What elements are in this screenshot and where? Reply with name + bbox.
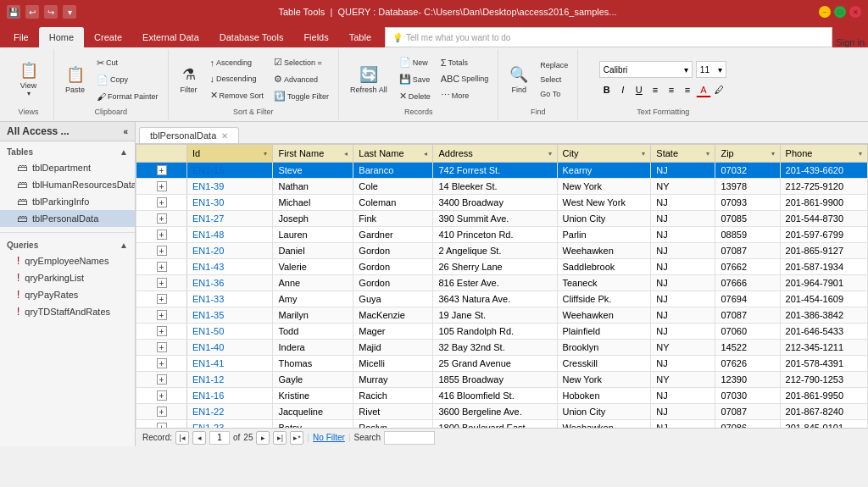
nav-prev-button[interactable]: ◂: [192, 431, 206, 445]
replace-button[interactable]: Replace: [536, 58, 572, 72]
expand-cell[interactable]: +: [136, 179, 187, 195]
advanced-button[interactable]: ⚙ Advanced: [270, 71, 333, 87]
expand-cell[interactable]: +: [136, 211, 187, 227]
col-address-sort[interactable]: ▾: [548, 150, 552, 158]
col-header-address[interactable]: Address ▾: [433, 145, 557, 163]
paste-button[interactable]: 📋 Paste: [59, 62, 91, 97]
table-row[interactable]: +EN1-39NathanCole14 Bleeker St.New YorkN…: [136, 179, 868, 195]
table-row[interactable]: +EN1-48LaurenGardner410 Princeton Rd.Par…: [136, 227, 868, 243]
expand-button[interactable]: +: [157, 213, 167, 224]
col-state-sort[interactable]: ▾: [706, 150, 709, 158]
col-header-state[interactable]: State ▾: [651, 145, 715, 163]
no-filter-button[interactable]: No Filter: [313, 433, 345, 442]
copy-button[interactable]: 📄 Copy: [92, 72, 163, 88]
expand-button[interactable]: +: [157, 390, 167, 401]
expand-button[interactable]: +: [157, 278, 167, 288]
font-size-selector[interactable]: 11 ▾: [696, 61, 726, 78]
sidebar-item-tbldepartment[interactable]: 🗃 tblDepartment: [0, 159, 135, 176]
expand-button[interactable]: +: [157, 358, 167, 368]
italic-button[interactable]: I: [615, 82, 631, 97]
filter-button[interactable]: ⚗ Filter: [174, 62, 204, 97]
search-input[interactable]: [384, 431, 435, 445]
tab-create[interactable]: Create: [84, 27, 132, 47]
sign-in-button[interactable]: Sign in: [836, 37, 865, 47]
expand-cell[interactable]: +: [136, 227, 187, 243]
expand-cell[interactable]: +: [136, 275, 187, 291]
find-button[interactable]: 🔍 Find: [504, 62, 534, 97]
expand-button[interactable]: +: [157, 407, 167, 417]
col-id-sort[interactable]: ▾: [264, 150, 267, 158]
table-row[interactable]: +EN1-41ThomasMicelli25 Grand AvenueCress…: [136, 356, 868, 372]
table-row[interactable]: +EN1-15SteveBaranco742 Forrest St.Kearny…: [136, 163, 868, 179]
sidebar-item-qryparkinglist[interactable]: ! qryParkingList: [0, 269, 135, 286]
remove-sort-button[interactable]: ✕ Remove Sort: [206, 87, 269, 103]
more-button[interactable]: ⋯ More: [437, 87, 493, 103]
sidebar-item-qrypayrates[interactable]: ! qryPayRates: [0, 286, 135, 303]
table-row[interactable]: +EN1-23BetsyRoslyn1800 Boulevard EastWee…: [136, 420, 868, 429]
table-row[interactable]: +EN1-20DanielGordon2 Angelique St.Weehaw…: [136, 243, 868, 259]
sidebar-item-tblpersonaldata[interactable]: 🗃 tblPersonalData: [0, 210, 135, 227]
current-record-input[interactable]: [209, 431, 230, 445]
tab-home[interactable]: Home: [39, 27, 84, 47]
expand-cell[interactable]: +: [136, 372, 187, 388]
col-header-city[interactable]: City ▾: [557, 145, 651, 163]
col-header-phone[interactable]: Phone ▾: [780, 145, 867, 163]
col-header-lastname[interactable]: Last Name ◂: [353, 145, 433, 163]
customize-icon[interactable]: ▾: [63, 5, 76, 19]
cut-button[interactable]: ✂ Cut: [92, 55, 163, 71]
expand-cell[interactable]: +: [136, 243, 187, 259]
expand-button[interactable]: +: [157, 246, 167, 256]
table-tab-personaldata[interactable]: tblPersonalData ✕: [139, 127, 239, 143]
sidebar-item-qryemployeenames[interactable]: ! qryEmployeeNames: [0, 252, 135, 269]
col-lastname-sort[interactable]: ◂: [424, 150, 427, 158]
table-row[interactable]: +EN1-27JosephFink390 Summit Ave.Union Ci…: [136, 211, 868, 227]
sidebar-item-tblhumanresources[interactable]: 🗃 tblHumanResourcesData: [0, 176, 135, 193]
expand-button[interactable]: +: [157, 197, 167, 208]
table-row[interactable]: +EN1-16KristineRacich416 Bloomfield St.H…: [136, 388, 868, 404]
tab-database-tools[interactable]: Database Tools: [209, 27, 294, 47]
align-right-button[interactable]: ≡: [680, 82, 695, 97]
expand-button[interactable]: +: [157, 181, 167, 191]
minimize-button[interactable]: −: [819, 6, 831, 18]
expand-cell[interactable]: +: [136, 356, 187, 372]
table-row[interactable]: +EN1-50ToddMager105 Randolph Rd.Plainfie…: [136, 324, 868, 340]
select-button[interactable]: Select: [536, 73, 572, 86]
close-button[interactable]: ✕: [849, 6, 861, 18]
expand-cell[interactable]: +: [136, 291, 187, 307]
descending-button[interactable]: ↓ Descending: [206, 71, 269, 86]
table-row[interactable]: +EN1-43ValerieGordon26 Sherry LaneSaddle…: [136, 259, 868, 275]
col-header-firstname[interactable]: First Name ◂: [273, 145, 353, 163]
tell-me-bar[interactable]: 💡 Tell me what you want to do: [385, 27, 832, 47]
col-header-zip[interactable]: Zip ▾: [715, 145, 780, 163]
tab-table[interactable]: Table: [339, 27, 381, 47]
tab-fields[interactable]: Fields: [293, 27, 338, 47]
table-row[interactable]: +EN1-22JacquelineRivet3600 Bergeline Ave…: [136, 404, 868, 420]
sidebar-item-qrytdstaffandrates[interactable]: ! qryTDStaffAndRates: [0, 303, 135, 320]
nav-new-button[interactable]: ▸*: [290, 431, 303, 445]
expand-button[interactable]: +: [157, 326, 167, 336]
table-row[interactable]: +EN1-33AmyGuya3643 Natura Ave.Cliffside …: [136, 291, 868, 307]
expand-button[interactable]: +: [157, 165, 167, 175]
save-record-button[interactable]: 💾 Save: [395, 71, 435, 87]
spelling-button[interactable]: ABC Spelling: [437, 71, 493, 86]
tab-external-data[interactable]: External Data: [132, 27, 209, 47]
redo-icon[interactable]: ↪: [44, 5, 58, 19]
expand-button[interactable]: +: [157, 374, 167, 385]
expand-cell[interactable]: +: [136, 388, 187, 404]
format-painter-button[interactable]: 🖌 Format Painter: [92, 89, 163, 104]
col-header-id[interactable]: Id ▾: [187, 145, 273, 163]
align-left-button[interactable]: ≡: [648, 82, 663, 97]
font-selector[interactable]: Calibri ▾: [599, 61, 693, 78]
expand-button[interactable]: +: [157, 262, 167, 272]
sidebar-collapse-icon[interactable]: «: [123, 127, 128, 136]
tab-file[interactable]: File: [3, 27, 39, 47]
totals-button[interactable]: Σ Totals: [437, 55, 493, 70]
nav-last-button[interactable]: ▸|: [273, 431, 287, 445]
expand-cell[interactable]: +: [136, 324, 187, 340]
col-phone-sort[interactable]: ▾: [859, 150, 862, 158]
bold-button[interactable]: B: [599, 82, 615, 97]
table-row[interactable]: +EN1-30MichaelColeman3400 BroadwayWest N…: [136, 195, 868, 211]
expand-button[interactable]: +: [157, 230, 167, 240]
expand-button[interactable]: +: [157, 310, 167, 320]
selection-button[interactable]: ☑ Selection =: [270, 54, 333, 70]
